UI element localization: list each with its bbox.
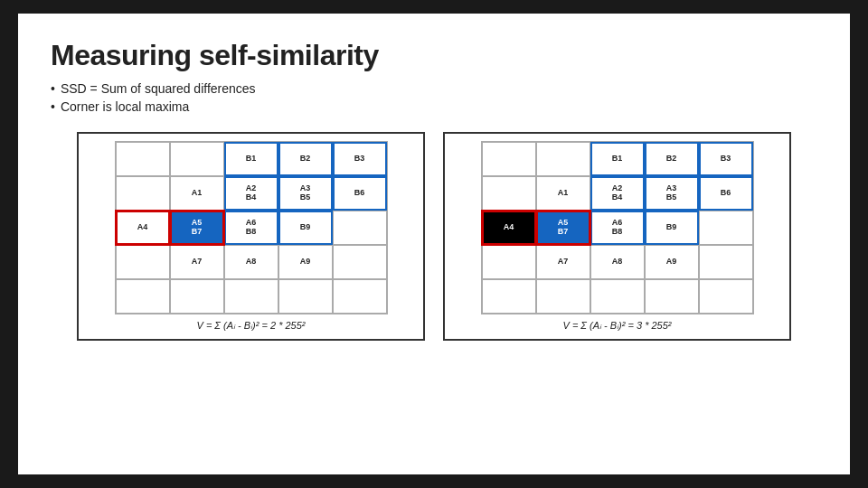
diagrams-area: B1 B2 B3 A1 A2B4 A3B5 B6 A4 A5B7 A6B8 B9…	[51, 132, 817, 456]
cell-r4c2	[224, 279, 278, 314]
rcell-r1c4: B6	[699, 176, 753, 211]
bullet-1: SSD = Sum of squared differences	[51, 81, 817, 96]
cell-r3c0	[116, 245, 170, 279]
rcell-r0c0	[482, 142, 536, 176]
cell-r3c1: A7	[170, 245, 224, 279]
rcell-r2c4	[699, 211, 753, 245]
rcell-r4c1	[536, 279, 590, 314]
bullet-1-text: SSD = Sum of squared differences	[61, 81, 256, 96]
rcell-r3c0	[482, 245, 536, 279]
rcell-r1c2: A2B4	[590, 176, 645, 211]
cell-r0c0	[116, 142, 170, 176]
rcell-r0c4: B3	[699, 142, 753, 176]
cell-r2c4	[333, 211, 387, 245]
cell-r0c4: B3	[333, 142, 387, 176]
rcell-r1c0	[482, 176, 536, 211]
cell-r2c3: B9	[278, 211, 333, 245]
left-grid: B1 B2 B3 A1 A2B4 A3B5 B6 A4 A5B7 A6B8 B9…	[115, 141, 388, 314]
diagram-left: B1 B2 B3 A1 A2B4 A3B5 B6 A4 A5B7 A6B8 B9…	[77, 132, 425, 341]
cell-r3c3: A9	[278, 245, 333, 279]
rcell-r0c3: B2	[645, 142, 699, 176]
rcell-r4c4	[699, 279, 753, 314]
cell-r2c0: A4	[116, 211, 170, 245]
rcell-r1c3: A3B5	[645, 176, 699, 211]
cell-r4c3	[278, 279, 333, 314]
slide: Measuring self-similarity SSD = Sum of s…	[18, 14, 850, 474]
bullet-2: Corner is local maxima	[51, 99, 817, 114]
rcell-r4c3	[645, 279, 699, 314]
cell-r1c0	[116, 176, 170, 211]
right-formula: V = Σ (Aᵢ - Bᵢ)² = 3 * 255²	[562, 320, 671, 332]
bullet-2-text: Corner is local maxima	[61, 99, 189, 114]
cell-r0c2: B1	[224, 142, 278, 176]
rcell-r2c2: A6B8	[590, 211, 645, 245]
cell-r3c4	[333, 245, 387, 279]
cell-r4c4	[333, 279, 387, 314]
rcell-r3c1: A7	[536, 245, 590, 279]
left-formula: V = Σ (Aᵢ - Bᵢ)² = 2 * 255²	[196, 320, 305, 332]
cell-r1c4: B6	[333, 176, 387, 211]
cell-r4c1	[170, 279, 224, 314]
right-grid: B1 B2 B3 A1 A2B4 A3B5 B6 A4 A5B7 A6B8 B9…	[481, 141, 754, 314]
bullet-list: SSD = Sum of squared differences Corner …	[51, 81, 817, 117]
rcell-r2c0: A4	[482, 211, 536, 245]
rcell-r2c3: B9	[645, 211, 699, 245]
cell-r0c3: B2	[278, 142, 333, 176]
cell-r2c2: A6B8	[224, 211, 278, 245]
slide-title: Measuring self-similarity	[51, 39, 817, 72]
cell-r4c0	[116, 279, 170, 314]
rcell-r4c0	[482, 279, 536, 314]
cell-r1c3: A3B5	[278, 176, 333, 211]
cell-r2c1: A5B7	[170, 211, 224, 245]
rcell-r0c1	[536, 142, 590, 176]
rcell-r1c1: A1	[536, 176, 590, 211]
rcell-r3c4	[699, 245, 753, 279]
rcell-r0c2: B1	[590, 142, 645, 176]
rcell-r2c1: A5B7	[536, 211, 590, 245]
cell-r1c2: A2B4	[224, 176, 278, 211]
rcell-r4c2	[590, 279, 645, 314]
cell-r0c1	[170, 142, 224, 176]
cell-r1c1: A1	[170, 176, 224, 211]
diagram-right: B1 B2 B3 A1 A2B4 A3B5 B6 A4 A5B7 A6B8 B9…	[443, 132, 791, 341]
rcell-r3c3: A9	[645, 245, 699, 279]
rcell-r3c2: A8	[590, 245, 645, 279]
cell-r3c2: A8	[224, 245, 278, 279]
